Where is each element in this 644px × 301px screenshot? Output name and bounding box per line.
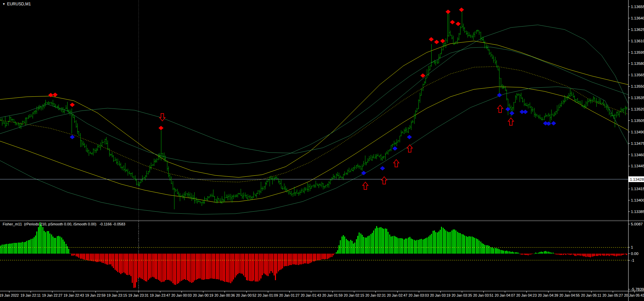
time-axis-label: 20 Jan 03:03 [408,293,429,297]
indicator-axis-label: -1 [631,258,634,262]
buy-diamond-marker [407,135,412,139]
indicator-label: Fisher_m11 (rPeriods 210, pSmooth 0.00, … [3,222,125,226]
price-axis-label: 1.13550 [631,84,644,88]
time-axis-label: 20 Jan 03:19 [430,293,450,297]
time-axis-label: 19 Jan 22:11 [21,293,41,297]
time-axis-label: 19 Jan 23:31 [128,293,149,297]
buy-diamond-marker [546,122,551,126]
indicator-params: (rPeriods 210, pSmooth 0.00, iSmooth 0.0… [24,222,96,226]
time-axis-label: 20 Jan 04:39 [538,293,558,297]
indicator-axis-label: -5.7839 [631,287,644,291]
indicator-values: -0.1166 -0.0583 [99,222,125,226]
price-axis-label: 1.13640 [631,16,644,20]
time-axis-label: 20 Jan 05:27 [603,293,623,297]
green-slow-upper [0,25,628,153]
sell-diamond-marker [70,103,75,107]
price-axis-label: 1.13415 [631,187,644,191]
price-axis-label: 1.13505 [631,119,644,123]
sell-diamond-marker [159,126,164,130]
chart-canvas[interactable]: 1.136551.136401.136251.136101.135951.135… [0,0,644,301]
buy-diamond-marker [393,146,398,151]
price-axis-label: 1.13475 [631,141,644,145]
time-axis[interactable]: 19 Jan 202219 Jan 22:1119 Jan 22:2719 Ja… [0,291,644,297]
indicator-axis[interactable]: 5.008710.00-1-5.7839 [628,222,644,291]
time-axis-label: 20 Jan 02:15 [344,293,364,297]
time-axis-label: 19 Jan 2022 [0,293,19,297]
sell-diamond-marker [446,10,451,14]
sell-diamond-marker [450,20,455,25]
sell-diamond-marker [429,37,434,42]
current-price-value: 1.13428 [630,177,644,181]
indicator-axis-label: 5.0087 [631,222,643,226]
buy-diamond-marker [70,135,75,139]
sell-diamond-marker [459,8,464,12]
price-axis-label: 1.13595 [631,50,644,54]
time-axis-label: 20 Jan 00:03 [171,293,192,297]
time-axis-label: 20 Jan 00:52 [236,293,256,297]
indicator-name: Fisher_m11 [3,222,22,226]
sell-diamond-marker [456,22,461,26]
time-axis-label: 20 Jan 04:07 [495,293,515,297]
time-axis-label: 19 Jan 23:47 [150,293,170,297]
buy-arrow-up [497,105,503,113]
sell-diamond-marker [434,40,439,44]
price-axis-label: 1.13565 [631,73,644,77]
buy-diamond-marker [551,121,556,126]
candles-layer [0,11,628,210]
buy-arrow-up [508,118,514,125]
price-axis-label: 1.13655 [631,5,644,9]
price-axis-label: 1.13520 [631,107,644,111]
buy-diamond-marker [523,110,528,114]
time-axis-label: 20 Jan 03:51 [473,293,494,297]
current-price-box: 1.13428 [629,176,644,182]
buy-arrow-up [394,160,399,167]
price-axis-label: 1.13490 [631,130,644,134]
price-axis-label: 1.13445 [631,164,644,168]
price-axis[interactable]: 1.136551.136401.136251.136101.135951.135… [628,5,644,214]
time-axis-label: 20 Jan 00:19 [193,293,213,297]
price-axis-label: 1.13400 [631,198,644,202]
price-axis-label: 1.13535 [631,96,644,100]
time-axis-label: 19 Jan 22:27 [42,293,63,297]
sell-diamond-marker [53,93,58,97]
symbol-selector[interactable]: ▼ EURUSD,M1 [2,2,31,6]
price-axis-label: 1.13580 [631,61,644,66]
price-axis-label: 1.13625 [631,28,644,32]
buy-arrow-up [407,145,412,152]
overlay-lines-layer [0,25,628,214]
time-axis-label: 20 Jan 01:43 [301,293,321,297]
green-fast-mid [0,47,628,165]
fisher-histogram-layer [0,222,627,288]
yellow-upper-band [0,41,628,177]
buy-diamond-marker [510,111,515,116]
indicator-axis-label: 1 [631,245,633,249]
price-axis-label: 1.13385 [631,210,644,214]
price-axis-label: 1.13460 [631,153,644,157]
time-axis-label: 19 Jan 23:15 [107,293,127,297]
time-axis-label: 20 Jan 01:27 [279,293,299,297]
time-axis-label: 20 Jan 03:35 [452,293,472,297]
price-axis-label: 1.13610 [631,39,644,43]
time-axis-label: 20 Jan 05:43 [624,293,644,297]
time-axis-label: 20 Jan 00:36 [214,293,235,297]
indicator-axis-label: 0.00 [631,252,638,256]
sell-arrow-down [160,114,165,121]
mt4-chart-window: 1.136551.136401.136251.136101.135951.135… [0,0,644,301]
time-axis-label: 19 Jan 22:59 [85,293,106,297]
green-slow-lower [0,87,628,214]
symbol-text: EURUSD,M1 [7,2,31,6]
signals-layer [48,8,556,190]
yellow-lower-band [0,87,628,202]
buy-arrow-up [363,182,368,189]
time-axis-label: 20 Jan 02:47 [387,293,407,297]
chevron-down-icon[interactable]: ▼ [2,2,5,6]
time-axis-label: 20 Jan 02:31 [365,293,386,297]
time-axis-label: 20 Jan 01:59 [322,293,343,297]
buy-arrow-up [381,177,387,184]
time-axis-label: 19 Jan 22:43 [64,293,84,297]
time-axis-label: 20 Jan 04:23 [516,293,537,297]
time-axis-label: 20 Jan 04:55 [559,293,580,297]
buy-diamond-marker [380,166,385,171]
yellow-middle-dotted [0,67,628,182]
time-axis-label: 20 Jan 05:11 [581,293,601,297]
